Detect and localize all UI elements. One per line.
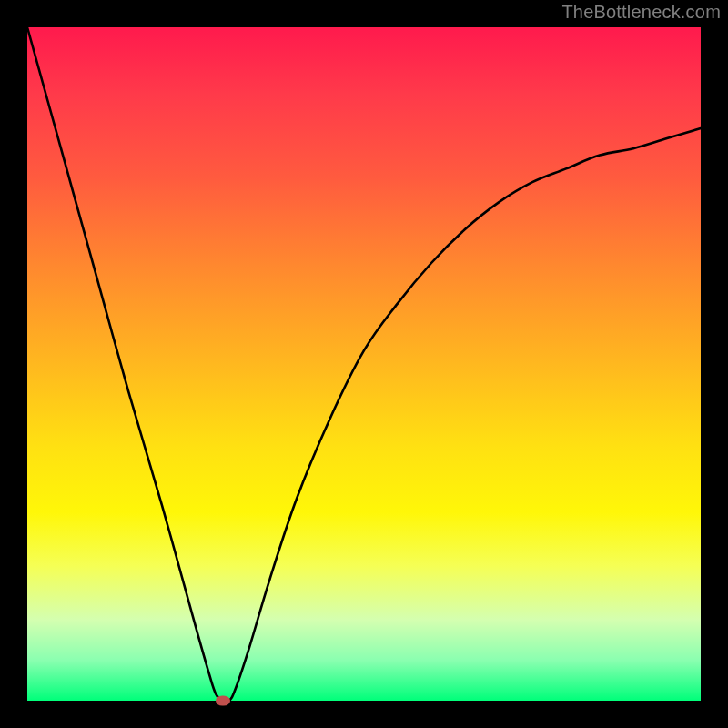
minimum-marker: [216, 696, 230, 706]
chart-frame: TheBottleneck.com: [0, 0, 728, 728]
plot-area: [27, 27, 701, 701]
bottleneck-curve: [27, 27, 701, 701]
watermark-text: TheBottleneck.com: [561, 2, 721, 23]
curve-path: [27, 27, 701, 703]
